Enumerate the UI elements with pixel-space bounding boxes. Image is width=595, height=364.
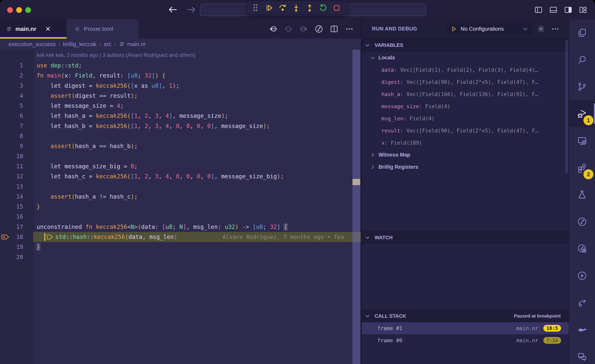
- variables-group-locals[interactable]: Locals: [362, 52, 569, 64]
- line-number[interactable]: 20: [0, 252, 23, 262]
- editor-scrollbar[interactable]: [353, 50, 360, 364]
- activity-search-icon[interactable]: [569, 46, 595, 73]
- watch-section-header[interactable]: WATCH: [362, 231, 569, 244]
- variable-data[interactable]: data: Vec([Field(1), Field(2), Field(3),…: [362, 64, 569, 76]
- activity-testing-icon[interactable]: [569, 181, 595, 208]
- toggle-primary-sidebar-icon[interactable]: [534, 6, 543, 14]
- line-number[interactable]: 2: [0, 71, 23, 81]
- history-forward-icon[interactable]: [186, 4, 197, 15]
- code-line-19[interactable]: 19}: [0, 242, 361, 252]
- line-number[interactable]: 13: [0, 182, 23, 192]
- code-line-16[interactable]: 16: [0, 212, 361, 222]
- variables-group-brillig-registers[interactable]: Brillig Registers: [362, 161, 569, 173]
- code-line-12[interactable]: 12 let hash_c = keccak256([1, 2, 3, 4, 0…: [0, 171, 361, 181]
- toggle-secondary-sidebar-icon[interactable]: [564, 6, 573, 14]
- line-number[interactable]: 6: [0, 111, 23, 121]
- activity-source-control-icon[interactable]: [569, 73, 595, 100]
- line-number[interactable]: 12: [0, 171, 23, 181]
- activity-lightning-icon[interactable]: [569, 262, 595, 289]
- variables-section-header[interactable]: VARIABLES: [362, 39, 569, 51]
- activity-commit-graph-icon[interactable]: [569, 208, 595, 235]
- activity-commit-search-icon[interactable]: [569, 235, 595, 262]
- line-number[interactable]: 8: [0, 131, 23, 141]
- line-number[interactable]: 14: [0, 192, 23, 202]
- line-number[interactable]: 16: [0, 212, 23, 222]
- navigate-back-icon[interactable]: [269, 24, 278, 34]
- code-line-8[interactable]: 8: [0, 131, 361, 141]
- line-number[interactable]: 5: [0, 101, 23, 111]
- line-number[interactable]: 19: [0, 242, 23, 252]
- code-line-4[interactable]: 4 assert(digest == result);: [0, 91, 361, 101]
- variable-hash_a[interactable]: hash_a: Vec([Field(166), Field(136), Fie…: [362, 88, 569, 100]
- more-actions-icon[interactable]: [345, 24, 354, 34]
- history-back-icon[interactable]: [167, 4, 178, 15]
- step-over-button[interactable]: [278, 3, 287, 12]
- toggle-panel-icon[interactable]: [549, 6, 558, 14]
- line-number[interactable]: 10: [0, 151, 23, 161]
- activity-explorer-icon[interactable]: [569, 19, 595, 46]
- code-line-1[interactable]: 1use dep::std;: [0, 61, 361, 71]
- restart-button[interactable]: [319, 3, 328, 12]
- breakpoint-current-line-icon[interactable]: [1, 234, 10, 240]
- code-line-14[interactable]: 14 assert(hash_a != hash_c);: [0, 192, 361, 202]
- stop-button[interactable]: [332, 3, 341, 12]
- split-editor-icon[interactable]: [330, 24, 339, 34]
- breadcrumb-item[interactable]: src: [104, 41, 112, 47]
- close-tab-icon[interactable]: ✕: [45, 26, 51, 32]
- line-number[interactable]: 3: [0, 81, 23, 91]
- code-line-7[interactable]: 7 let hash_b = keccak256([1, 2, 3, 4, 0,…: [0, 121, 361, 131]
- variable-x[interactable]: x: Field(189): [362, 137, 569, 149]
- line-number[interactable]: 17: [0, 222, 23, 232]
- code-line-18[interactable]: 18std::hash::keccak256(data, msg_len)Álv…: [0, 232, 361, 242]
- variable-result[interactable]: result: Vec([Field(90), Field(2⁴x5), Fie…: [362, 125, 569, 137]
- zoom-window-button[interactable]: [25, 7, 31, 13]
- breadcrumb-item[interactable]: brillig_keccak: [63, 41, 97, 47]
- close-window-button[interactable]: [7, 7, 13, 13]
- run-or-debug-icon[interactable]: [314, 24, 324, 34]
- code-line-10[interactable]: 10: [0, 151, 361, 161]
- code-line-3[interactable]: 3 let digest = keccak256([x as u8], 1);: [0, 81, 361, 91]
- activity-remote-explorer-icon[interactable]: [569, 127, 595, 154]
- breadcrumb-item[interactable]: execution_success: [8, 41, 56, 47]
- activity-extensions-icon[interactable]: 2: [569, 154, 595, 181]
- step-out-button[interactable]: [305, 3, 314, 12]
- activity-docker-icon[interactable]: [569, 316, 595, 343]
- gear-icon[interactable]: [537, 25, 545, 33]
- continue-button[interactable]: [265, 3, 274, 12]
- activity-comments-icon[interactable]: [569, 343, 595, 364]
- tab-Prover.toml[interactable]: Prover.toml: [66, 19, 139, 39]
- activity-share-icon[interactable]: [569, 289, 595, 316]
- code-line-6[interactable]: 6 let hash_a = keccak256([1, 2, 3, 4], m…: [0, 111, 361, 121]
- variables-group-witness-map[interactable]: Witness Map: [362, 149, 569, 161]
- code-line-20[interactable]: 20: [0, 252, 361, 262]
- code-line-17[interactable]: 17unconstrained fn keccak256<N>(data: [u…: [0, 222, 361, 232]
- code-editor[interactable]: kek kek kek, 3 months ago | 3 authors (Á…: [0, 50, 361, 364]
- line-number[interactable]: 1: [0, 61, 23, 71]
- call-stack-frame1[interactable]: frame #1main.nr18:5: [362, 322, 569, 334]
- minimize-window-button[interactable]: [16, 7, 22, 13]
- code-line-13[interactable]: 13: [0, 182, 361, 192]
- code-line-15[interactable]: 15}: [0, 202, 361, 212]
- code-line-9[interactable]: 9 assert(hash_a == hash_b);: [0, 141, 361, 151]
- panel-scrollbar[interactable]: [565, 40, 568, 173]
- step-into-button[interactable]: [292, 3, 301, 12]
- call-stack-frame0[interactable]: frame #0main.nr7:18: [362, 334, 569, 346]
- customize-layout-icon[interactable]: [579, 6, 587, 14]
- tab-main.nr[interactable]: main.nr✕: [0, 19, 66, 39]
- line-number[interactable]: 9: [0, 141, 23, 151]
- navigate-forward-icon[interactable]: [299, 24, 308, 34]
- git-blame-codelens[interactable]: kek kek kek, 3 months ago | 3 authors (Á…: [0, 50, 361, 61]
- drag-grip-handle[interactable]: [251, 3, 260, 12]
- variable-message_size[interactable]: message_size: Field(4): [362, 100, 569, 112]
- panel-sash[interactable]: [361, 19, 362, 364]
- line-number[interactable]: 15: [0, 202, 23, 212]
- variable-digest[interactable]: digest: Vec([Field(90), Field(2⁴x5), Fie…: [362, 76, 569, 88]
- more-actions-icon[interactable]: [551, 25, 560, 33]
- line-number[interactable]: 11: [0, 161, 23, 171]
- line-number[interactable]: 4: [0, 91, 23, 101]
- call-stack-section-header[interactable]: CALL STACK Paused at breakpoint: [362, 310, 569, 322]
- code-line-11[interactable]: 11 let message_size_big = 8;: [0, 161, 361, 171]
- breadcrumb-file[interactable]: main.nr: [127, 41, 146, 47]
- variable-msg_len[interactable]: msg_len: Field(4): [362, 112, 569, 125]
- line-number[interactable]: 7: [0, 121, 23, 131]
